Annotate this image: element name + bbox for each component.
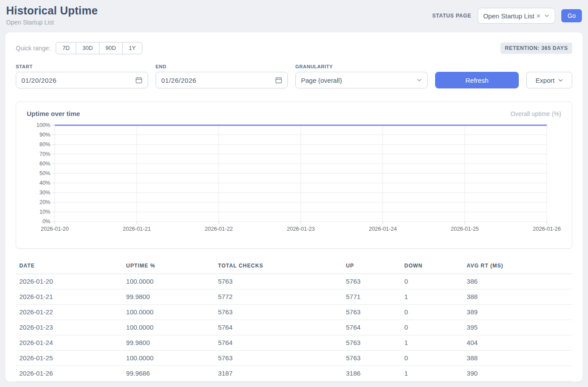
table-cell: 2026-01-23 [16, 320, 123, 335]
table-row: 2026-01-2699.9686318731861390 [16, 366, 572, 381]
svg-text:70%: 70% [39, 151, 50, 157]
end-date-field-group: END 01/26/2026 [156, 64, 288, 88]
table-cell: 5763 [342, 351, 400, 366]
chevron-down-icon [417, 77, 422, 83]
svg-text:100%: 100% [36, 122, 50, 128]
svg-text:20%: 20% [39, 199, 50, 205]
title-block: Historical Uptime Open Startup List [6, 4, 98, 26]
table-cell: 99.9800 [123, 335, 215, 351]
svg-text:2026-01-26: 2026-01-26 [533, 226, 561, 232]
table-cell: 0 [401, 320, 463, 335]
header-controls: STATUS PAGE Open Startup List ✕ Go [432, 8, 582, 24]
quick-range-group: 7D30D90D1Y [56, 42, 142, 54]
granularity-select[interactable]: Page (overall) [295, 72, 428, 88]
end-date-label: END [156, 64, 288, 69]
table-cell: 3186 [342, 366, 400, 381]
start-date-label: START [16, 64, 148, 69]
clear-selection-icon[interactable]: ✕ [536, 13, 541, 19]
table-cell: 1 [401, 366, 463, 381]
status-page-select-value: Open Startup List [483, 12, 535, 20]
table-cell: 100.0000 [123, 351, 215, 366]
svg-text:60%: 60% [39, 161, 50, 167]
chart-header: Uptime over time Overall uptime (%) [27, 110, 561, 117]
granularity-value: Page (overall) [301, 77, 342, 84]
calendar-icon[interactable] [275, 77, 282, 84]
status-page-select[interactable]: Open Startup List ✕ [478, 8, 556, 24]
table-column-header: TOTAL CHECKS [214, 258, 342, 274]
quick-range-7d[interactable]: 7D [56, 42, 76, 54]
table-cell: 2026-01-21 [16, 289, 123, 305]
table-cell: 5764 [214, 320, 342, 335]
end-date-input[interactable]: 01/26/2026 [156, 72, 288, 88]
uptime-chart: 0%10%20%30%40%50%60%70%80%90%100%2026-01… [27, 122, 561, 234]
table-cell: 5763 [214, 274, 342, 289]
table-row: 2026-01-2199.9800577257711388 [16, 289, 572, 305]
end-date-value: 01/26/2026 [161, 77, 196, 84]
table-row: 2026-01-22100.0000576357630389 [16, 305, 572, 320]
table-cell: 0 [401, 351, 463, 366]
svg-text:2026-01-24: 2026-01-24 [369, 226, 397, 232]
svg-text:2026-01-25: 2026-01-25 [451, 226, 479, 232]
table-cell: 2026-01-26 [16, 366, 123, 381]
table-cell: 386 [463, 274, 572, 289]
table-cell: 2026-01-24 [16, 335, 123, 351]
table-column-header: UPTIME % [123, 258, 215, 274]
start-date-value: 01/20/2026 [21, 77, 57, 84]
table-cell: 5763 [342, 274, 400, 289]
table-cell: 5763 [342, 305, 400, 320]
table-cell: 0 [401, 274, 463, 289]
svg-text:90%: 90% [39, 132, 50, 138]
svg-text:30%: 30% [39, 190, 50, 196]
chevron-down-icon [558, 78, 563, 83]
table-cell: 5772 [214, 289, 342, 305]
start-date-input[interactable]: 01/20/2026 [16, 72, 148, 88]
page-header: Historical Uptime Open Startup List STAT… [0, 0, 588, 32]
table-cell: 5763 [214, 305, 342, 320]
table-cell: 404 [463, 335, 572, 351]
table-row: 2026-01-20100.0000576357630386 [16, 274, 572, 289]
daily-uptime-table: DATEUPTIME %TOTAL CHECKSUPDOWNAVG RT (MS… [16, 258, 572, 381]
table-cell: 1 [401, 289, 463, 305]
refresh-button[interactable]: Refresh [435, 72, 519, 88]
granularity-field-group: GRANULARITY Page (overall) [295, 64, 428, 88]
table-column-header: AVG RT (MS) [463, 258, 572, 274]
retention-badge: RETENTION: 365 DAYS [500, 42, 572, 54]
table-cell: 388 [463, 351, 572, 366]
table-column-header: DATE [16, 258, 123, 274]
table-cell: 395 [463, 320, 572, 335]
table-cell: 5764 [214, 335, 342, 351]
uptime-chart-card: Uptime over time Overall uptime (%) 0%10… [16, 102, 572, 249]
svg-text:2026-01-23: 2026-01-23 [287, 226, 315, 232]
quick-range-1y[interactable]: 1Y [122, 42, 142, 54]
table-cell: 2026-01-22 [16, 305, 123, 320]
quick-range-30d[interactable]: 30D [76, 42, 99, 54]
quick-range-label: Quick range: [16, 45, 50, 52]
svg-text:50%: 50% [39, 170, 50, 176]
table-cell: 3187 [214, 366, 342, 381]
page-subtitle: Open Startup List [6, 19, 98, 26]
table-cell: 5763 [214, 351, 342, 366]
calendar-icon[interactable] [135, 77, 142, 84]
go-button[interactable]: Go [561, 9, 582, 22]
table-cell: 390 [463, 366, 572, 381]
export-button[interactable]: Export [526, 72, 572, 88]
table-cell: 5763 [342, 335, 400, 351]
table-cell: 100.0000 [123, 320, 215, 335]
status-page-label: STATUS PAGE [432, 13, 471, 19]
filter-fields-row: START 01/20/2026 END 01/26/2026 GRANULAR… [16, 64, 572, 88]
table-body: 2026-01-20100.00005763576303862026-01-21… [16, 274, 572, 381]
table-cell: 99.9800 [123, 289, 215, 305]
table-column-header: DOWN [401, 258, 463, 274]
main-panel: Quick range: 7D30D90D1Y RETENTION: 365 D… [5, 32, 583, 382]
table-row: 2026-01-23100.0000576457640395 [16, 320, 572, 335]
table-cell: 1 [401, 335, 463, 351]
table-row: 2026-01-2499.9800576457631404 [16, 335, 572, 351]
table-row: 2026-01-25100.0000576357630388 [16, 351, 572, 366]
table-cell: 2026-01-20 [16, 274, 123, 289]
quick-range-90d[interactable]: 90D [99, 42, 123, 54]
table-cell: 0 [401, 305, 463, 320]
table-cell: 100.0000 [123, 305, 215, 320]
chart-title: Uptime over time [27, 110, 80, 117]
svg-text:0%: 0% [43, 218, 50, 225]
chevron-down-icon [544, 13, 549, 18]
